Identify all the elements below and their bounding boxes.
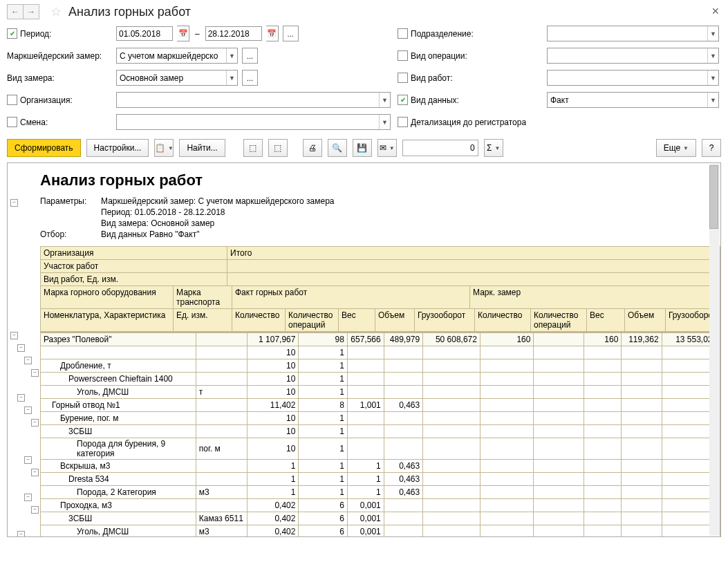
tree-toggle[interactable]: − (31, 369, 39, 377)
generate-button[interactable]: Сформировать (7, 139, 81, 157)
tree-toggle[interactable]: − (10, 199, 18, 207)
cell-value: 1 (347, 473, 384, 486)
period-from-input[interactable] (116, 26, 173, 41)
cell-value (622, 512, 662, 525)
tree-toggle[interactable]: − (31, 506, 39, 514)
report-header: ОрганизацияИтого Участок работ Вид работ… (40, 246, 720, 333)
paste-button[interactable]: 📋▼ (154, 139, 174, 157)
cell-value (584, 346, 622, 359)
cell-value (584, 399, 622, 412)
period-label: Период: (20, 29, 51, 39)
calendar-icon[interactable]: 📅 (266, 26, 279, 41)
measure-type-select[interactable] (117, 71, 226, 84)
shift-checkbox[interactable] (7, 117, 17, 127)
data-type-select[interactable] (548, 93, 707, 106)
surveyor-select[interactable] (117, 49, 226, 62)
tree-toggle[interactable]: − (24, 456, 32, 464)
chevron-down-icon[interactable]: ▼ (707, 48, 718, 63)
chevron-down-icon[interactable]: ▼ (226, 48, 237, 63)
period-checkbox[interactable]: ✔ (7, 28, 17, 39)
shift-label: Смена: (20, 118, 48, 127)
cell-value (534, 399, 584, 412)
tree-gutter: − − − − − − − − − − − − − − − (10, 169, 40, 537)
detail-checkbox[interactable] (398, 117, 408, 127)
cell-value (480, 460, 534, 473)
nav-back-button[interactable]: ← (7, 4, 24, 19)
table-row: Dresta 5341110,463 (41, 473, 720, 486)
tree-toggle[interactable]: − (17, 344, 25, 352)
row-name: 3СБШ (41, 425, 196, 438)
email-button[interactable]: ✉▼ (377, 139, 397, 157)
save-button[interactable]: 💾 (353, 139, 372, 157)
cell-value: 1 (248, 473, 299, 486)
chevron-down-icon[interactable]: ▼ (707, 93, 718, 107)
tree-toggle[interactable]: − (17, 531, 25, 538)
find-button[interactable]: Найти... (179, 139, 225, 157)
period-more-button[interactable]: ... (283, 26, 299, 41)
data-type-checkbox[interactable]: ✔ (398, 95, 408, 105)
operation-checkbox[interactable] (398, 50, 408, 61)
help-button[interactable]: ? (702, 139, 721, 157)
shift-select[interactable] (117, 115, 379, 129)
work-type-checkbox[interactable] (398, 73, 408, 83)
detail-label: Детализация до регистратора (411, 118, 526, 127)
tree-toggle[interactable]: − (17, 394, 25, 402)
chevron-down-icon[interactable]: ▼ (379, 115, 390, 129)
settings-button[interactable]: Настройки... (86, 139, 149, 157)
cell-value (534, 512, 584, 525)
row-name: Вскрыша, м3 (41, 460, 196, 473)
cell-value (584, 486, 622, 499)
tree-toggle[interactable]: − (31, 469, 39, 476)
cell-value: 0,402 (248, 525, 299, 538)
cell-value (423, 525, 480, 538)
sigma-button[interactable]: Σ▼ (484, 139, 503, 157)
collapse-button[interactable]: ⬚ (268, 139, 288, 157)
cell-value (347, 373, 384, 386)
cell-value: 0,402 (248, 512, 299, 525)
cell-value (584, 473, 622, 486)
chevron-down-icon[interactable]: ▼ (707, 26, 718, 41)
print-button[interactable]: 🖨 (303, 139, 322, 157)
measure-type-more-button[interactable]: ... (242, 70, 258, 86)
operation-select[interactable] (548, 49, 707, 62)
tree-toggle[interactable]: − (24, 357, 32, 364)
close-icon[interactable]: ✕ (711, 6, 720, 17)
preview-button[interactable]: 🔍 (328, 139, 347, 157)
surveyor-more-button[interactable]: ... (242, 48, 258, 64)
cell-value (423, 386, 480, 399)
tree-toggle[interactable]: − (24, 406, 32, 414)
cell-value (480, 438, 534, 460)
table-row: Дробление, т101 (41, 359, 720, 373)
number-input[interactable] (402, 140, 478, 156)
chevron-down-icon[interactable]: ▼ (226, 71, 237, 85)
cell-value (423, 359, 480, 373)
row-unit (196, 499, 248, 512)
cell-value (534, 346, 584, 359)
nav-forward-button[interactable]: → (23, 4, 39, 19)
row-name: Разрез "Полевой" (41, 333, 196, 346)
cell-value: 1 (299, 412, 347, 425)
row-unit: т (196, 386, 248, 399)
tree-toggle[interactable]: − (10, 332, 18, 339)
work-type-select[interactable] (548, 71, 707, 84)
expand-button[interactable]: ⬚ (243, 139, 263, 157)
more-button[interactable]: Еще ▼ (656, 139, 696, 157)
cell-value (480, 346, 534, 359)
tree-toggle[interactable]: − (31, 419, 39, 427)
tree-toggle[interactable]: − (24, 494, 32, 501)
row-name: Проходка, м3 (41, 499, 196, 512)
table-row: Проходка, м30,40260,001 (41, 499, 720, 512)
favorite-icon[interactable]: ☆ (49, 5, 63, 19)
scrollbar-vertical[interactable] (709, 164, 720, 536)
organization-select[interactable] (117, 93, 379, 106)
division-checkbox[interactable] (398, 28, 408, 39)
cell-value (534, 425, 584, 438)
cell-value (534, 359, 584, 373)
division-select[interactable] (548, 27, 707, 40)
chevron-down-icon[interactable]: ▼ (707, 71, 718, 85)
chevron-down-icon[interactable]: ▼ (379, 93, 390, 107)
organization-checkbox[interactable] (7, 95, 17, 105)
calendar-icon[interactable]: 📅 (177, 26, 189, 41)
cell-value (480, 499, 534, 512)
period-to-input[interactable] (205, 26, 262, 41)
